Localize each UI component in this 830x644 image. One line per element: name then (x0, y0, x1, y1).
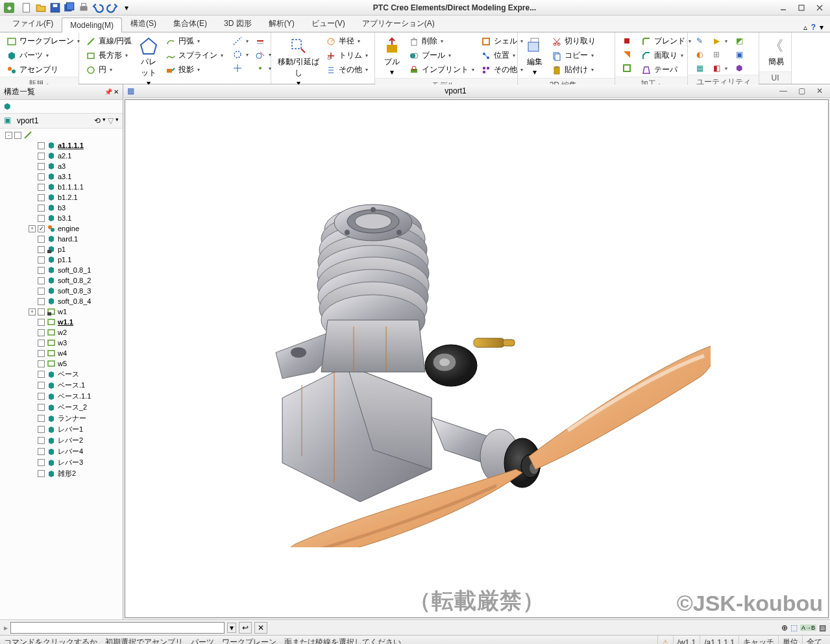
move-stretch-button[interactable]: 移動/引延ばし▾ (275, 34, 322, 89)
util-1[interactable]: ✎ (692, 34, 707, 47)
vp-maximize[interactable]: ▢ (795, 86, 808, 95)
checkbox[interactable] (38, 246, 45, 253)
cmd-dropdown[interactable]: ▾ (227, 623, 236, 633)
blend-button[interactable]: ブレンド▾ (639, 34, 694, 48)
checkbox[interactable] (38, 459, 45, 466)
checkbox[interactable] (14, 132, 21, 139)
checkbox[interactable] (38, 437, 45, 444)
status-part[interactable]: /a1.1.1.1 (700, 636, 738, 644)
tree-node[interactable]: ベース.1.1 (0, 391, 123, 402)
status-all[interactable]: 全て (802, 636, 826, 644)
boolean-button[interactable]: ブール▾ (406, 49, 477, 62)
checkbox[interactable] (38, 288, 45, 295)
qat-saveall-icon[interactable] (64, 2, 75, 14)
vport-tab-label[interactable]: vport1 (17, 116, 38, 125)
checkbox[interactable] (38, 236, 45, 243)
util-4[interactable]: ▶▾ (709, 34, 730, 47)
qat-save-icon[interactable] (49, 2, 61, 14)
tree-node[interactable]: レバー1 (0, 424, 123, 435)
tree-node[interactable]: a1.1.1.1 (0, 140, 123, 151)
checkbox[interactable] (38, 448, 45, 455)
construct-circle-icon[interactable]: ▾ (230, 48, 251, 61)
qat-redo-icon[interactable] (106, 2, 118, 14)
trim-button[interactable]: トリム▾ (323, 49, 371, 62)
tree-node[interactable]: w1.1 (0, 317, 123, 327)
tree-node[interactable]: soft_0.8_1 (0, 265, 123, 275)
tree-node[interactable]: b1.2.1 (0, 192, 123, 203)
delete-button[interactable]: 削除▾ (406, 34, 477, 48)
checkbox[interactable] (38, 194, 45, 201)
spline-button[interactable]: スプライン▾ (163, 49, 226, 62)
imprint-button[interactable]: インプリント▾ (406, 63, 477, 77)
status-icon-1[interactable]: ⊕ (781, 623, 788, 632)
paste-button[interactable]: 貼付け▾ (549, 63, 598, 77)
checkbox[interactable] (38, 215, 45, 222)
pull-button[interactable]: プル▾ (379, 34, 405, 78)
util-7[interactable]: ◩ (731, 34, 747, 47)
tab-3dshape[interactable]: 3D 図形 (215, 15, 260, 32)
simple-ui-button[interactable]: 《簡易 (763, 34, 789, 69)
checkbox[interactable] (38, 350, 45, 357)
palette-button[interactable]: パレット▾ (136, 34, 162, 89)
tree-node[interactable]: ベース_2 (0, 402, 123, 413)
checkbox[interactable] (38, 404, 45, 411)
tree-node[interactable]: soft_0.8_3 (0, 286, 123, 296)
tree-node[interactable]: +engine (0, 223, 123, 234)
tree-node[interactable]: ランナー (0, 413, 123, 424)
expand-icon[interactable]: - (5, 132, 12, 139)
status-icon-4[interactable]: ▤ (819, 623, 826, 632)
checkbox[interactable] (38, 470, 45, 477)
tree-node[interactable]: soft_0.8_4 (0, 296, 123, 306)
structure-tree[interactable]: -a1.1.1.1a2.1a3a3.1b1.1.1.1b1.2.1b3b3.1+… (0, 129, 123, 619)
expand-icon[interactable]: + (29, 308, 36, 316)
tree-node[interactable]: hard.1 (0, 234, 123, 244)
tree-node[interactable]: b1.1.1.1 (0, 182, 123, 192)
tree-node[interactable]: p1.1 (0, 254, 123, 265)
tree-node[interactable]: +w1 (0, 306, 123, 317)
pin-icon[interactable]: 📌 (104, 88, 112, 95)
checkbox[interactable] (38, 415, 45, 422)
assembly-button[interactable]: アセンブリ (4, 63, 82, 77)
arc-button[interactable]: 円弧▾ (163, 34, 226, 48)
util-3[interactable]: ▦ (692, 62, 707, 75)
checkbox[interactable] (38, 256, 45, 264)
tree-node[interactable]: p1 (0, 244, 123, 254)
close-button[interactable] (813, 3, 826, 12)
radius-button[interactable]: 半径▾ (323, 34, 371, 48)
command-input[interactable] (10, 622, 225, 634)
vp-minimize[interactable]: — (777, 86, 790, 95)
tree-node[interactable]: w2 (0, 327, 123, 338)
mfg-icon-1[interactable] (619, 34, 635, 47)
help-dropdown-icon[interactable]: ▾ (820, 23, 824, 32)
tab-structure[interactable]: 構造(S) (122, 15, 165, 32)
checkbox[interactable] (38, 204, 45, 212)
tree-root-icon[interactable]: ⬢ (4, 102, 10, 111)
chamfer-button[interactable]: 面取り▾ (639, 49, 694, 62)
crosshair-icon[interactable] (230, 62, 251, 75)
construct-line-icon[interactable]: ▾ (230, 34, 251, 47)
cut-button[interactable]: 切り取り (549, 34, 598, 48)
copy-button[interactable]: コピー▾ (549, 49, 598, 62)
status-icon-3[interactable]: A→B (800, 625, 816, 631)
tab-analysis[interactable]: 解析(Y) (260, 15, 303, 32)
status-wp[interactable]: /w1.1 (673, 636, 700, 644)
util-9[interactable]: ⬢ (731, 62, 747, 75)
maximize-button[interactable] (795, 3, 808, 12)
tree-node[interactable]: b3.1 (0, 213, 123, 223)
tab-modeling[interactable]: Modeling(M) (62, 18, 122, 32)
tab-application[interactable]: アプリケーション(A) (354, 15, 443, 32)
status-icon-2[interactable]: ⬚ (790, 623, 798, 632)
tree-node[interactable]: レバー2 (0, 435, 123, 446)
tree-tab-icon[interactable]: ▣ (4, 116, 14, 126)
qat-undo-icon[interactable] (92, 2, 104, 14)
qat-print-icon[interactable] (78, 2, 90, 14)
checkbox[interactable] (38, 371, 45, 378)
status-catch[interactable]: キャッチ (738, 636, 778, 644)
tree-node[interactable]: a3.1 (0, 171, 123, 182)
edit3d-button[interactable]: 編集▾ (522, 34, 548, 78)
tab-file[interactable]: ファイル(F) (4, 15, 62, 32)
checkbox[interactable] (38, 340, 45, 347)
checkbox[interactable] (38, 360, 45, 367)
util-6[interactable]: ◧▾ (709, 62, 730, 75)
status-units[interactable]: 単位 (778, 636, 802, 644)
